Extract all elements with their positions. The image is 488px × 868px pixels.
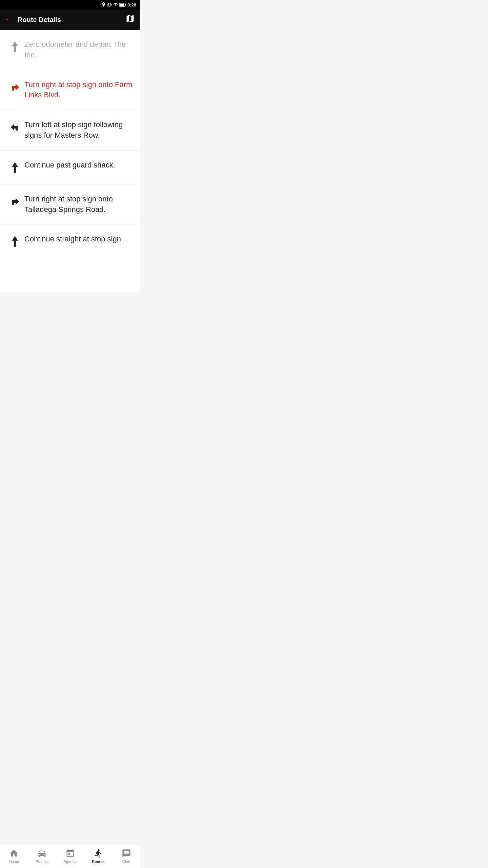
time-display: 3:28 [127,2,136,7]
route-item: Zero odometer and depart The Inn. [0,30,140,70]
route-icon-1 [5,39,24,53]
route-item: Turn right at stop sign onto Talladega S… [0,184,140,225]
route-item: Turn right at stop sign onto Farm Links … [0,70,140,111]
vibrate-icon [107,2,112,7]
route-item: Turn left at stop sign following signs f… [0,110,140,151]
route-text-2: Turn right at stop sign onto Farm Links … [24,80,134,101]
route-text-5: Turn right at stop sign onto Talladega S… [24,194,134,215]
status-bar: 3:28 [0,0,140,9]
turn-right-black-icon [9,195,21,208]
arrow-up-gray-icon [9,41,20,53]
route-text-6: Continue straight at stop sign... [24,234,134,244]
route-icon-6 [5,234,24,248]
arrow-up-black-icon-2 [9,235,20,248]
route-icon-3 [5,120,24,133]
turn-right-red-icon [9,81,21,93]
route-text-3: Turn left at stop sign following signs f… [24,120,134,141]
location-icon [102,2,106,7]
status-icons: 3:28 [102,2,136,7]
route-text-1: Zero odometer and depart The Inn. [24,39,134,60]
route-text-4: Continue past guard shack. [24,160,134,171]
route-icon-2 [5,80,24,93]
route-list: Zero odometer and depart The Inn. Turn r… [0,30,140,292]
back-button[interactable]: ← [5,15,13,24]
signal-icon [113,2,118,7]
svg-rect-2 [120,4,124,6]
arrow-up-black-icon [9,161,20,174]
map-icon[interactable] [125,14,135,25]
turn-left-black-icon [9,121,21,133]
page-header: ← Route Details [0,9,140,30]
route-item: Continue straight at stop sign... [0,224,140,258]
route-icon-4 [5,160,24,174]
svg-rect-1 [125,4,126,6]
battery-icon [119,3,126,7]
route-item: Continue past guard shack. [0,151,140,184]
route-icon-5 [5,194,24,208]
page-title: Route Details [18,16,125,24]
